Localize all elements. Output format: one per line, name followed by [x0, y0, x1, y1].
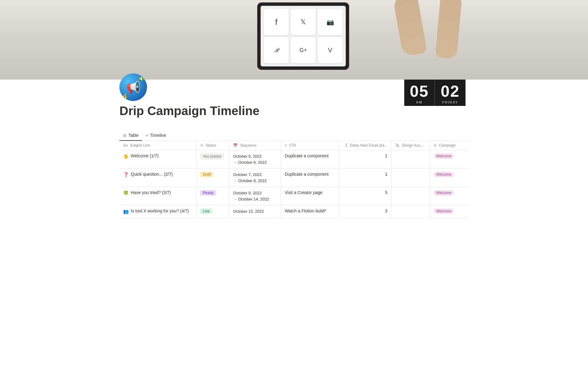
col-header-campaign: ⊙ Campaign — [430, 141, 469, 150]
table-head: Aa Subject Line ⊙ Status 📅 Sequence ≡ CT… — [119, 141, 469, 150]
cell-cta-4: Watch a Flotion build* — [281, 205, 339, 218]
seq-arrow: → — [233, 160, 237, 165]
seq1-end: October 6, 2022 — [238, 160, 267, 165]
badge-not-started: Not started — [200, 153, 224, 159]
cell-subject-1: 🖐 Welcome (1/7) — [119, 150, 197, 169]
cell-status-3: Ready — [197, 187, 229, 205]
cell-campaign-1: Welcome — [430, 150, 469, 169]
col-header-design: 📎 Design Ass... — [391, 141, 430, 150]
tab-timeline[interactable]: ≡ Timeline — [142, 130, 170, 141]
col-icon-subject: Aa — [123, 143, 128, 148]
col-icon-cta: ≡ — [285, 143, 287, 148]
cell-status-1: Not started — [197, 150, 229, 169]
badge-draft: Draft — [200, 172, 213, 177]
page-title: Drip Campaign Timeline — [119, 103, 404, 118]
row2-subject: Quick question... (2/7) — [131, 172, 173, 177]
clock-hour-block: 05 AM — [404, 80, 435, 106]
row3-subject: Have you tried? (3/7) — [131, 190, 171, 195]
table-header-row: Aa Subject Line ⊙ Status 📅 Sequence ≡ CT… — [119, 141, 469, 150]
col-icon-campaign: ⊙ — [434, 143, 437, 148]
seq-arrow-3: → — [233, 197, 237, 201]
cell-delay-3: 5 — [339, 187, 391, 205]
cell-subject-4: 👥 Is tool X working for you? (4/7) — [119, 205, 197, 218]
table-container: Aa Subject Line ⊙ Status 📅 Sequence ≡ CT… — [119, 141, 469, 218]
clock-am-label: AM — [416, 100, 422, 104]
cell-sequence-2: October 7, 2022 → October 8, 2022 — [229, 169, 281, 187]
table-row[interactable]: 👥 Is tool X working for you? (4/7) Live … — [119, 205, 469, 218]
row3-emoji: 🍀 — [123, 190, 129, 196]
seq-arrow-2: → — [233, 178, 237, 183]
cell-cta-2: Duplicate a component — [281, 169, 339, 187]
table-row[interactable]: 🖐 Welcome (1/7) Not started October 5, 2… — [119, 150, 469, 169]
campaign-tag-1: Welcome — [434, 153, 454, 159]
cell-subject-2: ❓ Quick question... (2/7) — [119, 169, 197, 187]
col-header-sequence: 📅 Sequence — [229, 141, 281, 150]
cell-delay-4: 3 — [339, 205, 391, 218]
tab-timeline-label: Timeline — [150, 133, 166, 138]
seq3-end: October 14, 2022 — [238, 197, 269, 201]
cell-status-2: Draft — [197, 169, 229, 187]
cell-campaign-4: Welcome — [430, 205, 469, 218]
cell-campaign-2: Welcome — [430, 169, 469, 187]
seq4-start: October 15, 2022 — [233, 209, 264, 214]
table-row[interactable]: ❓ Quick question... (2/7) Draft October … — [119, 169, 469, 187]
row2-emoji: ❓ — [123, 172, 129, 178]
cell-design-4 — [391, 205, 430, 218]
col-icon-design: 📎 — [395, 143, 400, 148]
cell-status-4: Live — [197, 205, 229, 218]
col-icon-delay: Σ — [345, 143, 347, 148]
cell-delay-2: 1 — [339, 169, 391, 187]
cell-sequence-1: October 5, 2022 → October 6, 2022 — [229, 150, 281, 169]
col-header-status: ⊙ Status — [197, 141, 229, 150]
cell-design-1 — [391, 150, 430, 169]
table-body: 🖐 Welcome (1/7) Not started October 5, 2… — [119, 150, 469, 218]
cell-cta-1: Duplicate a component — [281, 150, 339, 169]
col-header-cta: ≡ CTA — [281, 141, 339, 150]
seq1-start: October 5, 2022 — [233, 154, 262, 159]
cell-sequence-4: October 15, 2022 — [229, 205, 281, 218]
seq3-start: October 9, 2022 — [233, 191, 262, 195]
row1-emoji: 🖐 — [123, 154, 129, 159]
cell-design-3 — [391, 187, 430, 205]
badge-live: Live — [200, 208, 212, 214]
cell-cta-3: Visit a Creator page — [281, 187, 339, 205]
cell-design-2 — [391, 169, 430, 187]
row4-emoji: 👥 — [123, 209, 129, 214]
campaign-tag-2: Welcome — [434, 172, 454, 177]
tab-table[interactable]: ⊞ Table — [119, 130, 142, 141]
timeline-tab-icon: ≡ — [146, 133, 148, 138]
badge-ready: Ready — [200, 190, 216, 196]
col-icon-sequence: 📅 — [233, 143, 238, 148]
seq2-start: October 7, 2022 — [233, 172, 262, 177]
campaign-tag-3: Welcome — [434, 190, 454, 196]
col-header-subject: Aa Subject Line — [119, 141, 197, 150]
row1-subject: Welcome (1/7) — [131, 153, 159, 158]
col-icon-status: ⊙ — [200, 143, 203, 148]
main-table: Aa Subject Line ⊙ Status 📅 Sequence ≡ CT… — [119, 141, 469, 218]
seq2-end: October 8, 2022 — [238, 178, 267, 183]
cell-delay-1: 1 — [339, 150, 391, 169]
campaign-tag-4: Welcome — [434, 208, 454, 214]
header-image: f 𝕏 📷 𝒫 G+ V — [0, 0, 588, 80]
row4-subject: Is tool X working for you? (4/7) — [131, 208, 189, 213]
table-tab-icon: ⊞ — [123, 133, 126, 138]
cell-subject-3: 🍀 Have you tried? (3/7) — [119, 187, 197, 205]
clock-widget: 05 AM 02 FRIDAY — [404, 80, 469, 106]
clock-hour: 05 — [410, 83, 429, 99]
cell-campaign-3: Welcome — [430, 187, 469, 205]
clock-day-label: FRIDAY — [442, 100, 458, 104]
tab-table-label: Table — [128, 133, 138, 138]
cell-sequence-3: October 9, 2022 → October 14, 2022 — [229, 187, 281, 205]
tabs-row: ⊞ Table ≡ Timeline — [119, 130, 469, 141]
clock-minute: 02 — [441, 83, 460, 99]
table-row[interactable]: 🍀 Have you tried? (3/7) Ready October 9,… — [119, 187, 469, 205]
clock-minute-block: 02 FRIDAY — [435, 80, 466, 106]
col-header-delay: Σ Delay Next Email (da... — [339, 141, 391, 150]
